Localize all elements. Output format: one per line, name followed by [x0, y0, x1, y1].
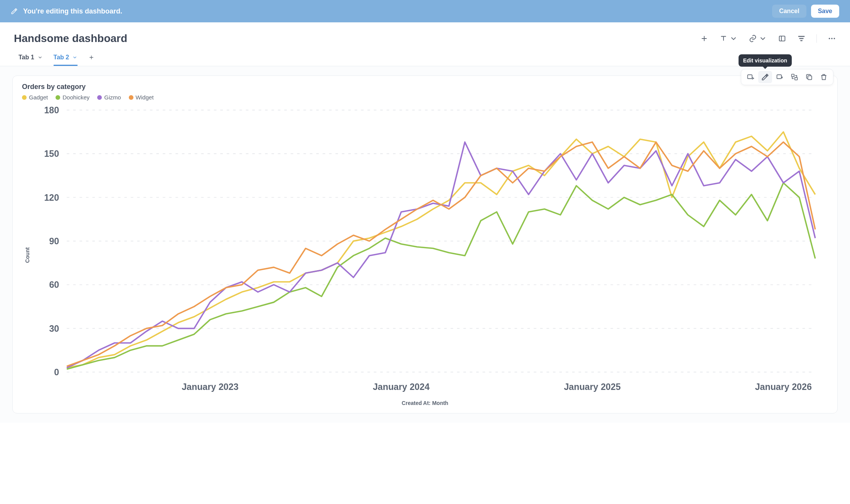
chevron-down-icon	[37, 55, 43, 60]
link-tool-button[interactable]	[749, 34, 767, 43]
editing-banner: You're editing this dashboard. Cancel Sa…	[0, 0, 850, 22]
replace-button[interactable]	[788, 71, 801, 83]
card-actions-toolbar	[741, 69, 833, 85]
svg-rect-0	[779, 36, 785, 41]
toolbar-divider	[816, 34, 817, 43]
delete-button[interactable]	[817, 71, 831, 83]
legend-swatch	[129, 95, 133, 100]
tab-2[interactable]: Tab 2	[54, 54, 78, 66]
legend-item[interactable]: Doohickey	[56, 94, 89, 101]
tab-1[interactable]: Tab 1	[19, 54, 43, 66]
svg-text:120: 120	[44, 193, 59, 203]
legend-swatch	[56, 95, 60, 100]
svg-rect-4	[748, 75, 752, 79]
svg-text:150: 150	[44, 149, 59, 159]
chart-legend: Gadget Doohickey Gizmo Widget	[22, 94, 828, 101]
cancel-button[interactable]: Cancel	[772, 5, 806, 18]
legend-item[interactable]: Gizmo	[97, 94, 121, 101]
editing-banner-message: You're editing this dashboard.	[23, 7, 122, 15]
legend-item[interactable]: Gadget	[22, 94, 48, 101]
chart-title: Orders by category	[22, 83, 828, 91]
svg-text:90: 90	[49, 236, 59, 246]
legend-swatch	[97, 95, 102, 100]
svg-point-1	[829, 38, 830, 39]
text-tool-button[interactable]	[719, 34, 738, 43]
legend-label: Doohickey	[62, 94, 89, 101]
svg-text:0: 0	[54, 367, 59, 377]
tabs-bar: Tab 1 Tab 2	[0, 49, 850, 66]
legend-label: Widget	[136, 94, 154, 101]
legend-item[interactable]: Widget	[129, 94, 154, 101]
svg-rect-8	[808, 76, 812, 80]
svg-rect-5	[777, 75, 782, 79]
svg-text:60: 60	[49, 280, 59, 290]
edit-visualization-button[interactable]	[758, 71, 772, 83]
chart-y-axis-label: Count	[24, 247, 30, 262]
visualization-options-button[interactable]	[773, 71, 787, 83]
svg-text:January 2025: January 2025	[564, 382, 621, 392]
line-chart[interactable]: 0306090120150180January 2023January 2024…	[22, 104, 828, 398]
pencil-icon	[11, 8, 18, 15]
svg-text:180: 180	[44, 105, 59, 115]
add-tab-button[interactable]	[88, 54, 94, 66]
section-button[interactable]	[778, 34, 786, 43]
svg-point-3	[834, 38, 835, 39]
filter-button[interactable]	[797, 34, 806, 43]
legend-swatch	[22, 95, 27, 100]
click-behavior-button[interactable]	[744, 71, 757, 83]
legend-label: Gadget	[29, 94, 48, 101]
svg-text:January 2023: January 2023	[182, 382, 238, 392]
dashboard-toolbar	[700, 34, 836, 43]
add-button[interactable]	[700, 34, 708, 43]
save-button[interactable]: Save	[811, 5, 839, 18]
chart-card[interactable]: Edit visualization Orders by category Ga…	[12, 76, 838, 413]
tab-label: Tab 1	[19, 54, 34, 61]
tab-label: Tab 2	[54, 54, 69, 61]
svg-text:January 2024: January 2024	[373, 382, 430, 392]
svg-rect-7	[795, 77, 798, 80]
svg-text:January 2026: January 2026	[755, 382, 812, 392]
chevron-down-icon	[72, 55, 78, 60]
svg-rect-6	[792, 74, 794, 77]
chart-x-axis-label: Created At: Month	[22, 400, 828, 406]
svg-point-2	[831, 38, 833, 39]
legend-label: Gizmo	[104, 94, 121, 101]
duplicate-button[interactable]	[802, 71, 816, 83]
more-menu-button[interactable]	[828, 34, 836, 43]
tooltip-edit-visualization: Edit visualization	[739, 54, 792, 67]
dashboard-title[interactable]: Handsome dashboard	[14, 32, 127, 45]
svg-text:30: 30	[49, 324, 59, 334]
